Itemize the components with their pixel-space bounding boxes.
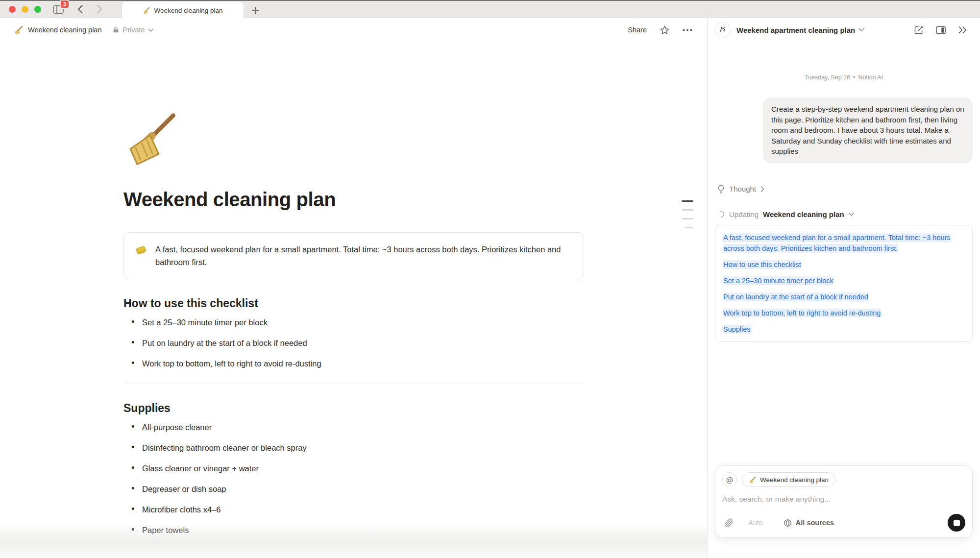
broom-icon [143,7,150,14]
diff-line: Put on laundry at the start of a block i… [723,291,964,302]
sponge-icon [135,243,147,256]
minimize-window-button[interactable] [22,6,28,13]
privacy-label: Private [122,26,145,34]
breadcrumb[interactable]: Weekend cleaning plan [28,26,101,34]
diff-line: Set a 25–30 minute timer per block [723,275,964,286]
back-button[interactable] [74,3,86,16]
page-title[interactable]: Weekend cleaning plan [123,189,584,211]
lock-icon [112,26,120,34]
list-item[interactable]: Disinfecting bathroom cleaner or bleach … [123,442,584,453]
list-item[interactable]: Glass cleaner or vinegar + water [123,463,584,474]
list-item[interactable]: Paper towels [123,525,584,535]
panel-layout-icon[interactable] [936,26,946,34]
section-heading[interactable]: How to use this checklist [123,297,584,310]
tab-label: Weekend cleaning plan [154,7,222,14]
attach-file-icon[interactable] [724,518,734,528]
sources-label: All sources [796,519,834,527]
stop-square-icon [954,520,960,526]
notion-ai-face-icon [714,22,731,38]
diff-line: Supplies [723,324,964,335]
more-options-icon[interactable] [683,29,692,31]
ai-composer: @ Weekend cleaning plan Auto [715,465,973,538]
sources-selector[interactable]: All sources [784,519,834,527]
notion-ai-panel: Weekend apartment cleaning plan [707,18,980,558]
diff-line: Work top to bottom, left to right to avo… [723,308,964,318]
chevron-down-icon [148,28,153,32]
traffic-lights [9,6,41,13]
zoom-window-button[interactable] [34,6,41,13]
close-window-button[interactable] [9,6,16,13]
ai-thread-title[interactable]: Weekend apartment cleaning plan [736,26,855,34]
page-icon-broom[interactable] [123,111,178,166]
chevron-down-icon [849,213,854,216]
divider-block [123,384,584,384]
lightbulb-icon [717,185,725,194]
sidebar-toggle-icon[interactable]: 3 [50,3,67,16]
page-header: Weekend cleaning plan Private Share [0,18,707,42]
model-mode-label[interactable]: Auto [748,519,763,527]
list-item[interactable]: Put on laundry at the start of a block i… [123,338,584,348]
new-tab-button[interactable] [248,3,263,18]
section-heading[interactable]: Supplies [123,402,584,415]
broom-icon [749,476,756,484]
toc-section-bar [682,218,693,219]
diff-line: A fast, focused weekend plan for a small… [723,232,964,254]
privacy-dropdown[interactable]: Private [112,26,153,34]
collapse-panel-icon[interactable] [958,26,967,34]
context-chip-label: Weekend cleaning plan [760,476,829,484]
globe-icon [784,519,792,527]
context-page-chip[interactable]: Weekend cleaning plan [742,472,835,487]
favorite-star-icon[interactable] [660,25,670,35]
diff-line: How to use this checklist [723,259,964,270]
active-tab[interactable]: Weekend cleaning plan [122,2,244,19]
table-of-contents-indicator[interactable] [682,200,693,228]
window-tab-bar: 3 Weekend cleaning plan [0,0,980,18]
forward-button [93,3,106,16]
toc-section-bar [682,209,693,211]
list-item[interactable]: Work top to bottom, left to right to avo… [123,358,584,369]
editor-area: Weekend cleaning plan Private Share Week… [0,18,707,558]
ai-prompt-input[interactable] [722,495,965,504]
callout-block[interactable]: A fast, focused weekend plan for a small… [123,232,584,279]
updating-label: Updating [729,210,759,218]
broom-icon [14,25,23,35]
list-item[interactable]: Microfiber cloths x4–6 [123,504,584,515]
chevron-right-icon [760,186,764,192]
list-item[interactable]: Degreaser or dish soap [123,484,584,494]
chevron-down-icon[interactable] [858,28,864,32]
toc-section-bar [686,227,693,228]
user-message-bubble: Create a step-by-step weekend apartment … [763,97,973,163]
share-button[interactable]: Share [628,26,647,34]
bullet-list: All-purpose cleaner Disinfecting bathroo… [123,422,584,535]
ai-edit-preview-card[interactable]: A fast, focused weekend plan for a small… [715,225,973,342]
ai-panel-header: Weekend apartment cleaning plan [708,18,980,42]
callout-text: A fast, focused weekend plan for a small… [155,243,573,268]
notification-badge: 3 [60,0,70,9]
updating-target-page: Weekend cleaning plan [763,210,844,218]
list-item[interactable]: All-purpose cleaner [123,422,584,433]
list-item[interactable]: Set a 25–30 minute timer per block [123,317,584,328]
updating-status-row[interactable]: Updating Weekend cleaning plan [715,210,973,218]
chat-date-line: Tuesday, Sep 16•Notion AI [715,74,973,81]
mention-button[interactable]: @ [722,472,737,487]
thought-label: Thought [729,185,756,193]
stop-generation-button[interactable] [948,514,965,532]
thought-toggle[interactable]: Thought [715,185,973,194]
bullet-list: Set a 25–30 minute timer per block Put o… [123,317,584,369]
spinner-icon [717,211,725,218]
new-chat-compose-icon[interactable] [914,25,924,35]
toc-current-section-bar [682,200,693,202]
ai-chat-thread: Tuesday, Sep 16•Notion AI Create a step-… [708,74,980,342]
